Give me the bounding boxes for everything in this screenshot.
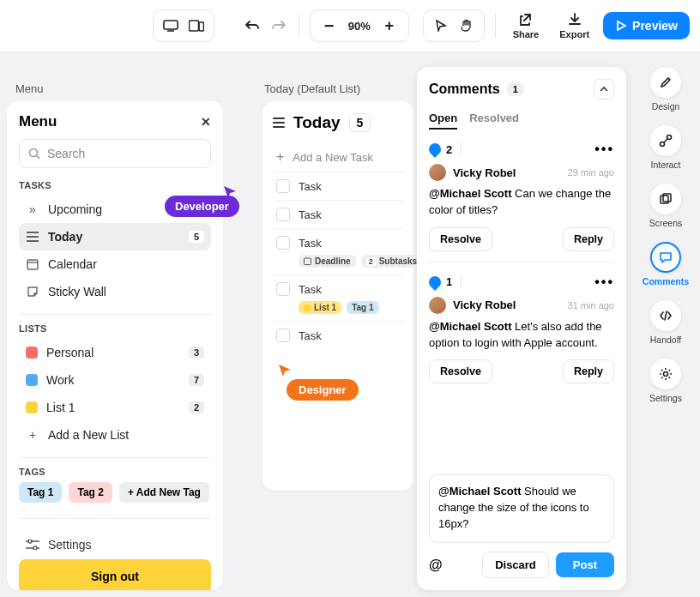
today-count: 5 [349, 113, 371, 132]
rail-interact[interactable]: Interact [650, 125, 681, 170]
right-rail: Design Interact Screens Comments Handoff… [638, 67, 693, 403]
chevrons-right-icon: » [26, 202, 39, 216]
pin-icon [426, 274, 444, 291]
developer-cursor-label: Developer [165, 196, 239, 217]
sidebar-item-calendar[interactable]: Calendar [19, 250, 211, 278]
sliders-icon [26, 538, 39, 552]
tag-chip[interactable]: Tag 1 [19, 482, 62, 503]
resolve-button[interactable]: Resolve [429, 359, 492, 383]
resolve-button[interactable]: Resolve [429, 227, 492, 251]
sidebar-item-sticky-wall[interactable]: Sticky Wall [19, 278, 211, 305]
sidebar-item-personal[interactable]: Personal 3 [19, 339, 211, 366]
export-button[interactable]: Export [552, 12, 596, 39]
add-task-button[interactable]: + Add a New Task [273, 142, 403, 172]
rail-design[interactable]: Design [650, 67, 681, 112]
svg-rect-9 [27, 260, 38, 269]
more-icon[interactable]: ••• [594, 142, 614, 157]
pencil-icon [650, 67, 681, 98]
comments-title: Comments [429, 81, 500, 97]
code-icon [650, 300, 681, 331]
play-cursor-icon[interactable] [431, 15, 451, 36]
reply-button[interactable]: Reply [563, 359, 614, 383]
close-icon[interactable]: ✕ [201, 115, 211, 129]
sidebar-item-today[interactable]: Today 5 [19, 223, 211, 250]
hand-icon[interactable] [456, 15, 477, 36]
svg-rect-0 [164, 21, 178, 29]
sidebar-item-work[interactable]: Work 7 [19, 366, 211, 394]
reply-button[interactable]: Reply [563, 227, 614, 251]
rail-screens[interactable]: Screens [649, 184, 683, 228]
rail-handoff[interactable]: Handoff [650, 300, 682, 345]
task-row[interactable]: Task [273, 201, 403, 229]
discard-button[interactable]: Discard [482, 552, 549, 578]
zoom-in-icon[interactable]: + [379, 15, 400, 36]
breadcrumb-menu: Menu [15, 82, 44, 95]
tasks-section-label: TASKS [19, 180, 211, 190]
checkbox[interactable] [276, 282, 290, 296]
color-chip [26, 347, 38, 359]
desktop-icon[interactable] [160, 15, 181, 36]
rail-settings[interactable]: Settings [649, 359, 682, 403]
tag-chip[interactable]: Tag 2 [69, 482, 112, 503]
search-input[interactable]: Search [19, 139, 211, 168]
lists-section-label: LISTS [19, 323, 211, 334]
comment-input[interactable]: @Michael Scott Should we change the size… [429, 474, 614, 543]
post-button[interactable]: Post [556, 552, 614, 577]
collapse-button[interactable] [594, 79, 614, 100]
svg-line-18 [664, 139, 667, 142]
menu-title: Menu [19, 113, 57, 130]
menu-panel: Menu ✕ Search TASKS » Upcoming Today 5 C… [7, 101, 223, 590]
cursor-toggle [423, 9, 485, 42]
svg-point-16 [661, 142, 665, 147]
responsive-icon[interactable] [186, 15, 207, 36]
color-chip [26, 374, 38, 386]
zoom-out-icon[interactable]: − [319, 15, 340, 36]
task-row[interactable]: Task List 1 Tag 1 [273, 275, 403, 322]
mention-button[interactable]: @ [429, 558, 443, 573]
share-button[interactable]: Share [506, 12, 546, 39]
zoom-control: − 90% + [310, 9, 409, 42]
tab-open[interactable]: Open [429, 112, 457, 130]
svg-line-5 [37, 156, 40, 160]
svg-rect-15 [305, 258, 311, 265]
svg-point-13 [28, 540, 32, 543]
checkbox[interactable] [276, 179, 290, 193]
add-tag-button[interactable]: + Add New Tag [119, 482, 209, 503]
preview-button[interactable]: Preview [603, 12, 690, 39]
designer-cursor-label: Designer [287, 379, 359, 401]
checkbox[interactable] [276, 236, 290, 250]
list-icon [26, 230, 39, 244]
checkbox[interactable] [276, 329, 290, 342]
task-row[interactable]: Task Deadline 2Subtasks [273, 229, 403, 275]
svg-point-21 [663, 372, 667, 377]
subtasks-pill: 2Subtasks [361, 255, 422, 268]
menu-icon[interactable] [273, 118, 285, 128]
comment-icon [650, 242, 681, 273]
svg-rect-2 [190, 21, 199, 31]
comments-count: 1 [507, 82, 524, 96]
sign-out-button[interactable]: Sign out [19, 559, 211, 590]
rail-comments[interactable]: Comments [643, 242, 689, 286]
comments-panel: Comments 1 Open Resolved 2 ••• Vicky Rob… [417, 67, 626, 590]
list-pill: List 1 [299, 301, 341, 314]
redo-icon[interactable] [269, 15, 287, 36]
avatar [429, 297, 446, 314]
add-list-button[interactable]: + Add a New List [19, 421, 211, 449]
svg-point-4 [30, 149, 38, 157]
device-toggle [153, 9, 214, 42]
sidebar-item-list1[interactable]: List 1 2 [19, 394, 211, 421]
today-title: Today [293, 113, 341, 132]
task-row[interactable]: Task [273, 172, 403, 201]
more-icon[interactable]: ••• [594, 274, 614, 290]
tab-resolved[interactable]: Resolved [469, 112, 519, 130]
topbar: − 90% + Share Export Preview [0, 0, 700, 51]
svg-point-14 [33, 546, 37, 550]
task-row[interactable]: Task [273, 322, 403, 349]
svg-point-17 [667, 136, 672, 140]
checkbox[interactable] [276, 208, 290, 221]
tags-section-label: TAGS [19, 467, 211, 477]
calendar-icon [26, 257, 39, 271]
settings-link[interactable]: Settings [19, 531, 211, 558]
undo-icon[interactable] [243, 15, 262, 36]
pin-icon [426, 141, 444, 158]
